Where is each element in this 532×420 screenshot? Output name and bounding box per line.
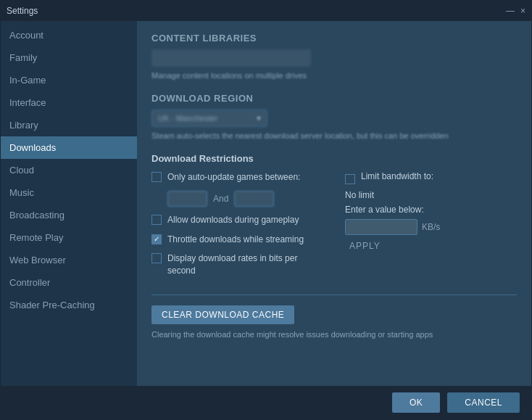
main-content: Content Libraries Manage content locatio… — [137, 21, 531, 386]
throttle-checkbox[interactable] — [151, 234, 162, 244]
titlebar-controls: — × — [506, 7, 525, 15]
download-region-section: Download Region UK - Manchester ▾ Steam … — [151, 93, 517, 140]
sidebar-item-account[interactable]: Account — [1, 24, 137, 46]
sidebar-item-broadcasting[interactable]: Broadcasting — [1, 204, 137, 226]
limit-bandwidth-row: Limit bandwidth to: — [345, 171, 517, 186]
time-end-input[interactable] — [234, 191, 274, 207]
steam-library-folders-button[interactable] — [151, 49, 311, 67]
allow-downloads-checkbox-row: Allow downloads during gameplay — [151, 214, 323, 226]
cache-description: Clearing the download cache might resolv… — [151, 330, 517, 339]
throttle-label: Throttle downloads while streaming — [167, 234, 304, 246]
sidebar-item-cloud[interactable]: Cloud — [1, 159, 137, 181]
titlebar: Settings — × — [1, 1, 531, 21]
sidebar-item-interface[interactable]: Interface — [1, 91, 137, 114]
display-rates-label: Display download rates in bits per secon… — [167, 252, 323, 277]
kb-input-row: KB/s — [345, 219, 517, 235]
minimize-button[interactable]: — — [506, 7, 515, 15]
sidebar-item-webbrowser[interactable]: Web Browser — [1, 249, 137, 271]
restrictions-right-col: Limit bandwidth to: No limit Enter a val… — [345, 171, 517, 284]
clear-cache-button[interactable]: CLEAR DOWNLOAD CACHE — [151, 305, 294, 324]
restrictions-columns: Only auto-update games between: And Allo… — [151, 171, 517, 284]
region-dropdown-row: UK - Manchester ▾ — [151, 110, 517, 127]
and-label: And — [213, 194, 228, 204]
cancel-button[interactable]: CANCEL — [447, 392, 520, 413]
time-range-row: And — [167, 191, 323, 207]
apply-button[interactable]: APPLY — [345, 239, 385, 252]
divider — [151, 295, 517, 295]
download-restrictions-section: Download Restrictions Only auto-update g… — [151, 153, 517, 284]
kb-label: KB/s — [422, 222, 440, 232]
region-dropdown[interactable]: UK - Manchester ▾ — [151, 110, 267, 127]
restrictions-left-col: Only auto-update games between: And Allo… — [151, 171, 323, 284]
limit-bandwidth-label: Limit bandwidth to: — [361, 171, 433, 181]
bandwidth-input[interactable] — [345, 219, 417, 235]
settings-window: Settings — × Account Family In-Game Inte… — [0, 0, 532, 420]
sidebar-item-controller[interactable]: Controller — [1, 271, 137, 294]
window-title: Settings — [7, 6, 38, 16]
limit-bandwidth-checkbox[interactable] — [345, 174, 355, 184]
sidebar-item-shaderprecaching[interactable]: Shader Pre-Caching — [1, 294, 137, 316]
auto-update-label: Only auto-update games between: — [167, 171, 300, 184]
no-limit-label: No limit — [345, 190, 517, 200]
throttle-checkbox-row: Throttle downloads while streaming — [151, 234, 323, 246]
sidebar-item-downloads[interactable]: Downloads — [1, 136, 137, 159]
clear-cache-section: CLEAR DOWNLOAD CACHE Clearing the downlo… — [151, 305, 517, 339]
sidebar: Account Family In-Game Interface Library… — [1, 21, 137, 386]
enter-value-label: Enter a value below: — [345, 205, 517, 215]
close-button[interactable]: × — [520, 7, 525, 15]
content-area: Account Family In-Game Interface Library… — [1, 21, 531, 386]
download-restrictions-title: Download Restrictions — [151, 153, 517, 164]
display-rates-checkbox[interactable] — [151, 253, 162, 263]
sidebar-item-family[interactable]: Family — [1, 46, 137, 69]
allow-downloads-checkbox[interactable] — [151, 215, 162, 225]
sidebar-item-library[interactable]: Library — [1, 114, 137, 136]
content-libraries-desc: Manage content locations on multiple dri… — [151, 71, 517, 80]
auto-update-checkbox[interactable] — [151, 172, 162, 182]
allow-downloads-label: Allow downloads during gameplay — [167, 214, 299, 226]
sidebar-item-remoteplay[interactable]: Remote Play — [1, 226, 137, 249]
content-libraries-section: Content Libraries Manage content locatio… — [151, 33, 517, 80]
content-libraries-title: Content Libraries — [151, 33, 517, 44]
sidebar-item-music[interactable]: Music — [1, 181, 137, 204]
time-start-input[interactable] — [167, 191, 207, 207]
auto-update-checkbox-row: Only auto-update games between: — [151, 171, 323, 184]
ok-button[interactable]: OK — [392, 392, 440, 413]
sidebar-item-ingame[interactable]: In-Game — [1, 69, 137, 91]
footer: OK CANCEL — [1, 386, 531, 419]
display-rates-checkbox-row: Display download rates in bits per secon… — [151, 252, 323, 277]
download-region-title: Download Region — [151, 93, 517, 104]
download-region-desc: Steam auto-selects the nearest download … — [151, 131, 517, 140]
